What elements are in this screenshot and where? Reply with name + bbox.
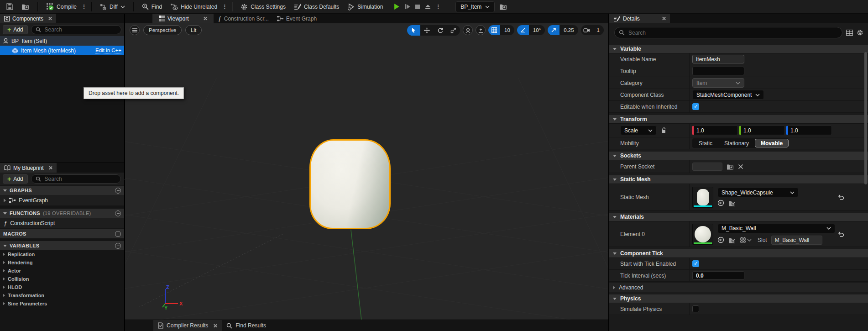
section-header-transform[interactable]: Transform: [609, 115, 868, 124]
variable-category-hlod[interactable]: HLOD: [0, 283, 124, 291]
section-header-materials[interactable]: Materials: [609, 213, 868, 221]
move-tool-button[interactable]: [420, 25, 434, 36]
tab-event-graph[interactable]: Event Graph: [273, 14, 321, 23]
scale-tool-button[interactable]: [447, 25, 460, 36]
variable-category-actor[interactable]: Actor: [0, 267, 124, 275]
hide-unrelated-button[interactable]: Hide Unrelated: [167, 1, 221, 12]
save-button[interactable]: [3, 1, 17, 12]
tab-compiler-results[interactable]: Compiler Results: [153, 320, 222, 331]
scale-z-input[interactable]: [786, 126, 832, 135]
scale-x-input[interactable]: [692, 126, 738, 135]
selected-capsule-mesh[interactable]: [309, 139, 391, 229]
components-search[interactable]: [31, 25, 121, 34]
macros-section-header[interactable]: MACROS: [0, 229, 124, 238]
edit-in-cpp-link[interactable]: Edit in C++: [95, 47, 121, 53]
tooltip-input[interactable]: [692, 67, 744, 75]
display-filter-grid-icon[interactable]: [846, 30, 853, 36]
parent-socket-field[interactable]: [692, 163, 722, 171]
camera-speed-control[interactable]: 1: [581, 25, 604, 35]
rotation-snap-control[interactable]: 10°: [517, 25, 545, 35]
browse-to-asset-icon[interactable]: [728, 200, 736, 206]
section-header-sockets[interactable]: Sockets: [609, 152, 868, 160]
compile-button[interactable]: Compile: [42, 1, 80, 12]
variable-category-rendering[interactable]: Rendering: [0, 258, 124, 267]
scale-y-input[interactable]: [739, 126, 785, 135]
rotate-tool-button[interactable]: [434, 25, 447, 36]
component-row-item-mesh[interactable]: Item Mesh (ItemMesh) Edit in C++: [0, 46, 124, 55]
material-thumbnail[interactable]: [692, 224, 713, 245]
find-button[interactable]: Find: [138, 1, 166, 12]
my-blueprint-search[interactable]: [31, 174, 121, 184]
advanced-expander[interactable]: Advanced: [609, 283, 868, 292]
graphs-section-header[interactable]: GRAPHS: [0, 186, 124, 195]
tick-interval-input[interactable]: [692, 271, 744, 280]
section-header-variable[interactable]: Variable: [609, 45, 868, 53]
scale-snap-control[interactable]: 0.25: [548, 25, 578, 35]
section-header-physics[interactable]: Physics: [609, 294, 868, 303]
add-macro-icon[interactable]: [115, 231, 121, 237]
add-graph-icon[interactable]: [115, 188, 121, 194]
blueprint-selector-dropdown[interactable]: BP_Item: [455, 1, 495, 12]
viewport-options-button[interactable]: [130, 25, 140, 35]
close-icon[interactable]: [213, 324, 217, 328]
section-header-static-mesh[interactable]: Static Mesh: [609, 175, 868, 184]
start-tick-checkbox[interactable]: [692, 260, 699, 267]
details-search[interactable]: [614, 27, 842, 38]
static-mesh-dropdown[interactable]: Shape_WideCapsule: [717, 188, 799, 197]
tab-viewport[interactable]: Viewport: [152, 14, 214, 23]
close-icon[interactable]: [662, 16, 666, 21]
perspective-dropdown[interactable]: Perspective: [143, 25, 182, 35]
close-icon[interactable]: [48, 166, 52, 170]
construction-script-row[interactable]: ConstructionScript: [0, 218, 124, 229]
close-icon[interactable]: [203, 16, 207, 21]
tab-components[interactable]: Components: [0, 14, 56, 23]
reset-to-default-icon[interactable]: [837, 194, 844, 200]
class-defaults-button[interactable]: Class Defaults: [290, 1, 343, 12]
variable-category-collision[interactable]: Collision: [0, 275, 124, 283]
stop-button[interactable]: [415, 4, 420, 10]
view-mode-dropdown[interactable]: Lit: [185, 25, 202, 35]
diff-button[interactable]: Diff: [96, 1, 129, 12]
static-mesh-thumbnail[interactable]: [692, 187, 713, 208]
reset-to-default-icon[interactable]: [837, 231, 844, 237]
texture-streaming-dropdown[interactable]: [740, 237, 752, 243]
section-header-component-tick[interactable]: Component Tick: [609, 249, 868, 258]
class-settings-button[interactable]: Class Settings: [237, 1, 289, 12]
folder-search-icon[interactable]: [727, 163, 734, 170]
components-search-input[interactable]: [44, 26, 117, 33]
expand-arrow-icon[interactable]: [4, 199, 6, 202]
play-options-kebab[interactable]: [435, 4, 441, 10]
component-row-self[interactable]: BP_Item (Self): [0, 36, 124, 46]
surface-snapping-button[interactable]: [476, 25, 486, 35]
settings-gear-icon[interactable]: [857, 29, 863, 36]
mobility-option-movable[interactable]: Movable: [755, 139, 789, 147]
tab-details[interactable]: Details: [609, 14, 670, 23]
add-function-icon[interactable]: [115, 210, 121, 216]
add-component-button[interactable]: Add: [3, 25, 28, 34]
grid-snap-control[interactable]: 10: [488, 25, 514, 35]
close-icon[interactable]: [48, 16, 52, 21]
lock-open-icon[interactable]: [661, 127, 667, 134]
clear-socket-x-icon[interactable]: [738, 164, 743, 169]
tab-construction-script[interactable]: Construction Scr...: [214, 14, 272, 23]
hide-unrelated-kebab[interactable]: [222, 4, 227, 10]
viewport-3d[interactable]: Perspective Lit 10: [125, 23, 608, 320]
component-class-dropdown[interactable]: StaticMeshComponent: [692, 90, 764, 100]
use-selected-asset-icon[interactable]: [717, 200, 724, 206]
material-dropdown[interactable]: M_Basic_Wall: [717, 224, 835, 233]
variable-category-sine-parameters[interactable]: Sine Parameters: [0, 299, 124, 308]
browse-to-blueprint-button[interactable]: [496, 1, 511, 12]
details-scrollbar[interactable]: [864, 52, 867, 184]
use-selected-asset-icon[interactable]: [717, 236, 724, 243]
my-blueprint-search-input[interactable]: [44, 175, 116, 183]
compile-options-kebab[interactable]: [81, 4, 87, 10]
simulation-button[interactable]: Simulation: [344, 1, 387, 12]
play-button[interactable]: [394, 3, 400, 10]
event-graph-row[interactable]: EventGraph: [0, 195, 124, 206]
tab-my-blueprint[interactable]: My Blueprint: [0, 163, 57, 173]
simulate-physics-checkbox[interactable]: [692, 305, 699, 312]
scale-mode-dropdown[interactable]: Scale: [620, 126, 657, 135]
variables-section-header[interactable]: VARIABLES: [0, 241, 124, 250]
editable-when-inherited-checkbox[interactable]: [692, 103, 699, 110]
frame-skip-button[interactable]: [404, 3, 410, 10]
